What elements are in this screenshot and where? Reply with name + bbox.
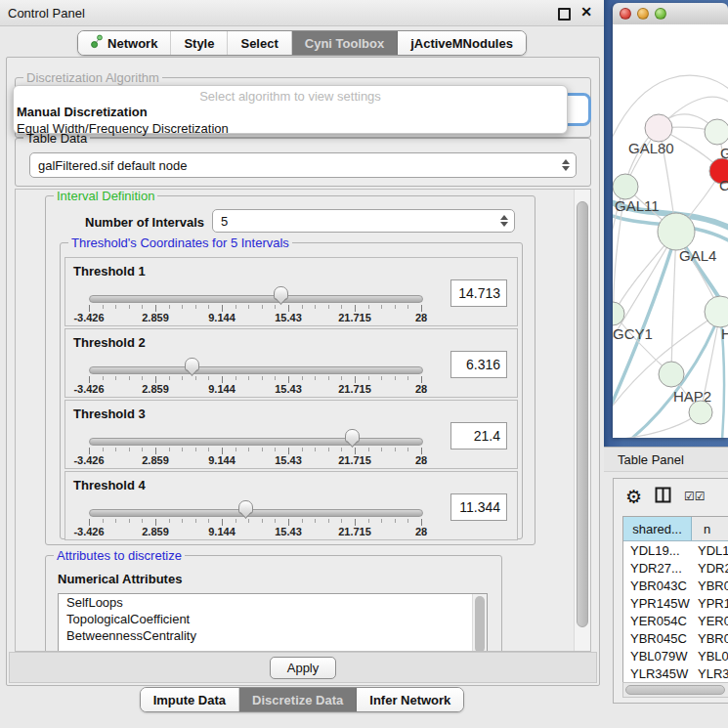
- split-columns-icon[interactable]: [655, 487, 671, 507]
- slider-tick-labels: -3.4262.8599.14415.4321.71528: [89, 312, 421, 323]
- node-label: H: [721, 325, 728, 342]
- table-row[interactable]: YPR145WYPR1: [623, 594, 728, 612]
- tab-label: Cyni Toolbox: [305, 36, 384, 51]
- group-title: Interval Definition: [54, 189, 157, 203]
- network-node[interactable]: [705, 296, 728, 327]
- list-scrollbar[interactable]: [472, 594, 487, 652]
- spinner-arrows-icon: [500, 210, 508, 232]
- slider-track[interactable]: [89, 509, 423, 517]
- tab-network[interactable]: Network: [78, 31, 171, 55]
- slider-thumb[interactable]: [185, 358, 199, 377]
- select-columns-icon[interactable]: ☑☑: [684, 490, 706, 503]
- tab-label: jActiveMNodules: [410, 36, 513, 51]
- tab-label: Infer Network: [369, 693, 450, 707]
- threshold-panel: Threshold 1-3.4262.8599.14415.4321.71528…: [64, 257, 518, 326]
- zoom-traffic-light[interactable]: [655, 8, 666, 20]
- node-label: C: [719, 177, 728, 193]
- node-label: GAL11: [615, 197, 660, 214]
- close-icon[interactable]: ✕: [580, 4, 592, 20]
- slider-track[interactable]: [89, 366, 423, 374]
- table-data-combobox[interactable]: galFiltered.sif default node: [29, 152, 577, 178]
- tab-cyni-toolbox[interactable]: Cyni Toolbox: [292, 31, 398, 55]
- apply-bar: Apply: [9, 652, 597, 683]
- group-title: Attributes to discretize: [54, 548, 185, 563]
- dropdown-option-equal-width[interactable]: Equal Width/Frequency Discretization: [17, 121, 567, 136]
- tab-style[interactable]: Style: [171, 31, 228, 55]
- panel-title: Control Panel: [8, 6, 85, 21]
- slider-thumb[interactable]: [345, 429, 360, 449]
- tab-select[interactable]: Select: [228, 31, 291, 55]
- tab-label: Network: [107, 36, 157, 51]
- table-row[interactable]: YER054CYER0: [623, 612, 728, 629]
- network-node[interactable]: [689, 401, 712, 424]
- tab-label: Select: [240, 36, 278, 51]
- network-node[interactable]: [658, 213, 695, 250]
- tab-label: Style: [184, 36, 214, 51]
- attribute-item[interactable]: SelfLoops: [59, 594, 487, 611]
- group-title: Discretization Algorithm: [23, 70, 162, 85]
- number-of-intervals-combobox[interactable]: 5: [212, 209, 515, 233]
- horizontal-scrollbar[interactable]: [622, 682, 728, 698]
- apply-button[interactable]: Apply: [270, 657, 336, 679]
- table-row[interactable]: YBR045CYBR0: [623, 629, 728, 647]
- minimize-traffic-light[interactable]: [637, 8, 649, 20]
- tab-impute-data[interactable]: Impute Data: [141, 688, 239, 711]
- threshold-value-field[interactable]: 14.713: [450, 279, 507, 307]
- gear-icon[interactable]: ⚙: [625, 488, 642, 506]
- numerical-attributes-label: Numerical Attributes: [58, 572, 182, 586]
- node-label: GAL4: [679, 247, 716, 264]
- spinner-arrows-icon: [562, 153, 570, 177]
- close-traffic-light[interactable]: [620, 8, 631, 20]
- tab-label: Discretize Data: [252, 693, 343, 707]
- slider-tick-labels: -3.4262.8599.14415.4321.71528: [89, 383, 421, 395]
- column-header-name[interactable]: n: [692, 517, 728, 540]
- table-row[interactable]: YBL079WYBL0: [623, 647, 728, 664]
- attribute-item[interactable]: TopologicalCoefficient: [59, 611, 487, 627]
- network-canvas-svg[interactable]: GAL80GCGAL11GAL4GCY1HHAP2: [613, 24, 728, 438]
- cyni-toolbox-panel: Discretization Algorithm Select algorith…: [6, 57, 600, 686]
- slider-track[interactable]: [89, 295, 423, 303]
- vertical-scrollbar[interactable]: [574, 190, 590, 651]
- table-row[interactable]: YDL19...YDL1: [623, 541, 728, 559]
- network-node[interactable]: [659, 362, 684, 387]
- tab-discretize-data[interactable]: Discretize Data: [239, 688, 357, 711]
- table-toolbar: ⚙ ☑☑: [614, 483, 728, 510]
- float-window-icon[interactable]: [558, 8, 571, 21]
- threshold-label: Threshold 3: [73, 407, 146, 421]
- table-row[interactable]: YLR345WYLR3: [623, 664, 728, 682]
- top-tabbar: Network Style Select Cyni Toolbox jActiv…: [0, 30, 604, 56]
- slider-thumb[interactable]: [274, 286, 288, 306]
- bottom-tabbar: Impute Data Discretize Data Infer Networ…: [0, 687, 604, 712]
- threshold-label: Threshold 1: [73, 264, 146, 278]
- slider-thumb[interactable]: [238, 500, 253, 520]
- node-label: GAL80: [628, 140, 674, 156]
- table-data-group: Table Data galFiltered.sif default node: [15, 138, 591, 187]
- attribute-item[interactable]: BetweennessCentrality: [59, 627, 487, 644]
- numerical-attributes-list: SelfLoops TopologicalCoefficient Between…: [58, 593, 488, 652]
- table-data-value: galFiltered.sif default node: [38, 158, 187, 173]
- dropdown-option-manual[interactable]: Manual Discretization: [17, 105, 567, 119]
- network-node[interactable]: [645, 114, 672, 142]
- attributes-group: Attributes to discretize Numerical Attri…: [45, 555, 502, 652]
- number-of-intervals-value: 5: [221, 214, 228, 229]
- scrollbar-thumb[interactable]: [625, 685, 725, 695]
- network-desktop: GAL80GCGAL11GAL4GCY1HHAP2: [604, 0, 728, 447]
- tab-label: Impute Data: [153, 693, 226, 707]
- slider-track[interactable]: [89, 438, 423, 446]
- tab-jactivemnodules[interactable]: jActiveMNodules: [398, 31, 526, 55]
- network-canvas[interactable]: GAL80GCGAL11GAL4GCY1HHAP2: [613, 24, 728, 438]
- network-node[interactable]: [613, 174, 638, 199]
- interval-definition-group: Interval Definition Number of Intervals …: [45, 195, 535, 545]
- network-node[interactable]: [705, 119, 728, 145]
- dropdown-hint: Select algorithm to view settings: [14, 89, 567, 104]
- table-row[interactable]: YDR27...YDR2: [623, 559, 728, 577]
- threshold-value-field[interactable]: 21.4: [450, 422, 507, 450]
- tab-infer-network[interactable]: Infer Network: [357, 688, 463, 711]
- scrollbar-thumb[interactable]: [577, 201, 588, 627]
- threshold-value-field[interactable]: 6.316: [450, 351, 507, 378]
- thresholds-group: Threshold's Coordinates for 5 Intervals …: [60, 242, 523, 539]
- table-rows: YDL19...YDL1YDR27...YDR2YBR043CYBR0YPR14…: [623, 541, 728, 685]
- column-header-shared-name[interactable]: shared...: [623, 517, 692, 540]
- table-row[interactable]: YBR043CYBR0: [623, 577, 728, 594]
- threshold-value-field[interactable]: 11.344: [450, 493, 507, 521]
